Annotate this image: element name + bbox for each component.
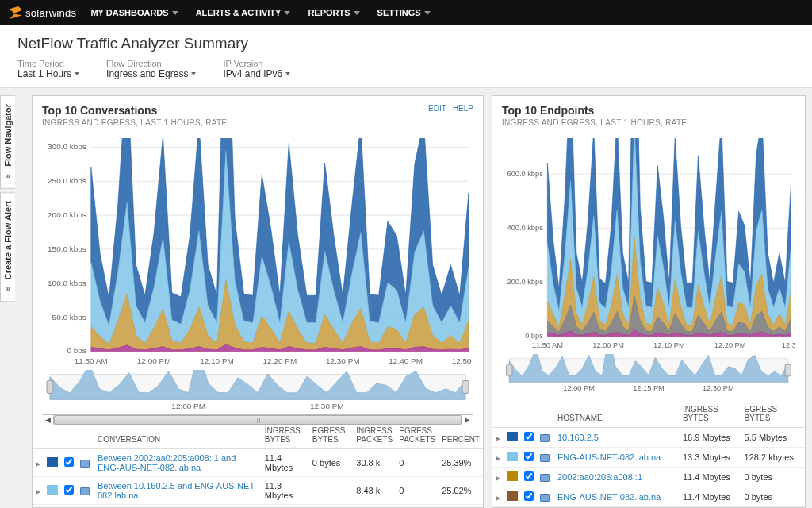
svg-text:12:40 PM: 12:40 PM: [389, 356, 423, 365]
hostname-link[interactable]: ENG-AUS-NET-082.lab.na: [557, 452, 661, 462]
chevron-down-icon: [172, 11, 178, 15]
chevron-down-icon: [191, 72, 196, 75]
series-swatch: [47, 485, 58, 495]
host-icon: [80, 487, 90, 495]
expand-icon[interactable]: ▶: [36, 460, 40, 468]
svg-text:0 bps: 0 bps: [525, 332, 543, 340]
series-swatch: [507, 471, 518, 481]
scroll-left-button[interactable]: ◀: [43, 414, 54, 425]
edit-link[interactable]: EDIT: [428, 104, 446, 113]
endpoints-chart[interactable]: 0 bps200.0 kbps400.0 kbps600.0 kbps11:50…: [502, 138, 795, 354]
svg-rect-22: [47, 380, 53, 393]
chevron-down-icon: [75, 72, 79, 75]
hostname-link[interactable]: 10.160.2.5: [557, 433, 599, 442]
host-icon: [80, 460, 90, 468]
svg-text:12:50 PM: 12:50 PM: [452, 356, 473, 365]
host-icon: [540, 434, 550, 442]
row-checkbox[interactable]: [524, 471, 534, 481]
svg-text:0 bps: 0 bps: [67, 347, 86, 356]
svg-text:12:00 PM: 12:00 PM: [592, 341, 624, 349]
svg-text:200.0 kbps: 200.0 kbps: [508, 278, 544, 286]
row-checkbox[interactable]: [64, 485, 74, 495]
card-subtitle: INGRESS AND EGRESS, LAST 1 HOURS, RATE: [42, 118, 428, 127]
host-icon: [540, 494, 550, 502]
page-header: NetFlow Traffic Analyzer Summary Time Pe…: [0, 25, 812, 88]
top-nav: solarwinds MY DASHBOARDSALERTS & ACTIVIT…: [0, 0, 812, 25]
svg-text:150.0 kbps: 150.0 kbps: [48, 244, 86, 253]
expand-icon[interactable]: ▶: [496, 435, 500, 442]
svg-text:12:30: 12:30: [782, 341, 795, 349]
table-row: ▶Between 10.160.2.5 and 10.199.250.15.6 …: [33, 504, 483, 508]
table-row: ▶10.160.2.516.9 Mbytes5.5 Mbytes: [492, 428, 805, 448]
filter-flow-direction[interactable]: Ingress and Egress: [106, 68, 196, 79]
svg-text:12:00 PM: 12:00 PM: [137, 356, 171, 365]
series-swatch: [47, 457, 58, 467]
hostname-link[interactable]: ENG-AUS-NET-082.lab.na: [557, 492, 661, 502]
card-subtitle: INGRESS AND EGRESS, LAST 1 HOURS, RATE: [502, 118, 795, 127]
overview-scrollbar[interactable]: ◀ ||| ▶: [42, 414, 473, 415]
filter-time-period[interactable]: Last 1 Hours: [17, 68, 79, 79]
filter-label: IP Version: [223, 59, 290, 68]
chevron-down-icon: [285, 72, 290, 75]
filter-label: Flow Direction: [106, 59, 196, 68]
chevron-icon: »: [6, 171, 10, 180]
help-link[interactable]: HELP: [453, 104, 473, 113]
chevron-down-icon: [424, 11, 431, 15]
svg-text:200.0 kbps: 200.0 kbps: [48, 210, 86, 219]
host-icon: [540, 454, 550, 462]
series-swatch: [507, 452, 518, 461]
table-row: ▶2002:aa0:205:a008::111.4 Mbytes0 bytes: [492, 468, 805, 487]
svg-text:50.0 kbps: 50.0 kbps: [52, 313, 86, 321]
conversations-overview[interactable]: 12:00 PM12:30 PM: [42, 370, 473, 412]
card-title: Top 10 Endpoints: [502, 104, 795, 117]
conversations-chart[interactable]: 0 bps50.0 kbps100.0 kbps150.0 kbps200.0 …: [42, 138, 473, 370]
series-swatch: [507, 432, 518, 441]
expand-icon[interactable]: ▶: [496, 455, 500, 462]
conversation-link[interactable]: Between 2002:aa0:205:a008::1 and ENG-AUS…: [98, 453, 236, 472]
card-conversations: Top 10 Conversations INGRESS AND EGRESS,…: [32, 95, 484, 508]
svg-text:12:20 PM: 12:20 PM: [714, 341, 746, 349]
vtab-create-a-flow-alert[interactable]: »Create a Flow Alert: [0, 192, 15, 302]
svg-text:11:50 AM: 11:50 AM: [532, 341, 563, 349]
filter-ip-version[interactable]: IPv4 and IPv6: [223, 68, 290, 79]
svg-text:12:30 PM: 12:30 PM: [703, 384, 734, 392]
svg-text:11:50 AM: 11:50 AM: [75, 356, 108, 365]
table-row: ▶Between 10.160.2.5 and ENG-AUS-NET-082.…: [33, 476, 483, 504]
svg-rect-23: [462, 380, 469, 393]
endpoints-overview[interactable]: 12:00 PM12:15 PM12:30 PM: [502, 354, 795, 394]
svg-text:300.0 kbps: 300.0 kbps: [48, 142, 86, 151]
svg-rect-41: [785, 364, 791, 376]
menu-my-dashboards[interactable]: MY DASHBOARDS: [90, 8, 178, 17]
endpoints-table: HOSTNAMEINGRESSBYTESEGRESSBYTES▶10.160.2…: [492, 400, 805, 507]
brand-logo[interactable]: solarwinds: [10, 6, 76, 19]
svg-text:100.0 kbps: 100.0 kbps: [48, 279, 86, 287]
table-row: ▶ENG-AUS-NET-082.lab.na11.4 Mbytes0 byte…: [492, 487, 805, 507]
row-checkbox[interactable]: [524, 432, 534, 441]
brand-text: solarwinds: [25, 7, 76, 19]
svg-text:12:30 PM: 12:30 PM: [326, 356, 360, 365]
svg-text:12:10 PM: 12:10 PM: [200, 356, 234, 365]
menu-reports[interactable]: REPORTS: [308, 8, 359, 17]
expand-icon[interactable]: ▶: [36, 488, 40, 495]
svg-rect-40: [507, 364, 512, 376]
row-checkbox[interactable]: [524, 491, 534, 501]
series-swatch: [507, 491, 518, 501]
conversations-table: CONVERSATIONINGRESSBYTESEGRESSBYTESINGRE…: [33, 421, 483, 508]
chevron-down-icon: [284, 11, 290, 15]
vtab-flow-navigator[interactable]: »Flow Navigator: [0, 95, 15, 189]
row-checkbox[interactable]: [64, 457, 74, 467]
menu-settings[interactable]: SETTINGS: [377, 8, 431, 17]
menu-alerts-activity[interactable]: ALERTS & ACTIVITY: [196, 8, 291, 17]
expand-icon[interactable]: ▶: [496, 495, 500, 502]
row-checkbox[interactable]: [524, 452, 534, 461]
expand-icon[interactable]: ▶: [496, 475, 500, 482]
hostname-link[interactable]: 2002:aa0:205:a008::1: [557, 472, 642, 482]
card-title: Top 10 Conversations: [42, 104, 428, 117]
scroll-right-button[interactable]: ▶: [462, 414, 473, 425]
scroll-thumb[interactable]: |||: [54, 415, 462, 425]
conversation-link[interactable]: Between 10.160.2.5 and ENG-AUS-NET-082.l…: [98, 481, 257, 500]
svg-text:12:10 PM: 12:10 PM: [653, 341, 685, 349]
svg-text:12:15 PM: 12:15 PM: [633, 384, 665, 392]
svg-text:600.0 kbps: 600.0 kbps: [508, 170, 544, 178]
host-icon: [540, 474, 550, 482]
